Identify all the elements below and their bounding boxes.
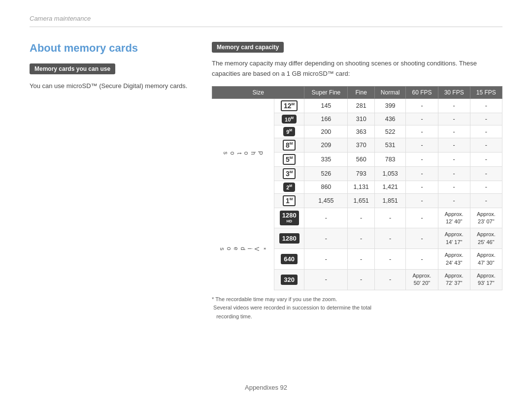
cell-320-60: Approx.50' 20" bbox=[406, 269, 438, 290]
size-icon-2m: 2M bbox=[274, 181, 304, 193]
cell-1280hd-sf: - bbox=[304, 208, 348, 228]
page-number: Appendixes 92 bbox=[245, 384, 287, 391]
cell-10m-fine: 310 bbox=[348, 113, 374, 125]
footnote-2: Several videos were recorded in successi… bbox=[212, 304, 502, 312]
footnotes: * The recordable time may vary if you us… bbox=[212, 295, 502, 321]
size-icon-1m: 1M bbox=[274, 193, 304, 208]
cell-8m-sf: 209 bbox=[304, 138, 348, 152]
cell-320-15: Approx.93' 17" bbox=[470, 269, 502, 290]
content-columns: About memory cards Memory cards you can … bbox=[30, 42, 502, 321]
cell-3m-fine: 793 bbox=[348, 166, 374, 181]
cell-3m-30: - bbox=[438, 166, 470, 181]
cell-1280hd-15: Approx.23' 07" bbox=[470, 208, 502, 228]
cell-1280-fine: - bbox=[348, 228, 374, 249]
cell-9m-fine: 363 bbox=[348, 125, 374, 138]
left-column: About memory cards Memory cards you can … bbox=[30, 42, 192, 321]
size-icon-12m: 12M bbox=[274, 98, 304, 113]
cell-12m-60: - bbox=[406, 98, 438, 113]
col-header-normal: Normal bbox=[374, 86, 406, 98]
cell-1280hd-fine: - bbox=[348, 208, 374, 228]
cell-5m-15: - bbox=[470, 152, 502, 166]
cell-1280-60: - bbox=[406, 228, 438, 249]
size-icon-320: 320 bbox=[274, 269, 304, 290]
cell-12m-normal: 399 bbox=[374, 98, 406, 113]
cell-320-normal: - bbox=[374, 269, 406, 290]
cell-320-sf: - bbox=[304, 269, 348, 290]
col-header-60fps: 60 FPS bbox=[406, 86, 438, 98]
size-icon-10m: 10M bbox=[274, 113, 304, 125]
cell-1m-fine: 1,651 bbox=[348, 193, 374, 208]
size-icon-3m: 3M bbox=[274, 166, 304, 181]
cell-3m-15: - bbox=[470, 166, 502, 181]
cell-640-sf: - bbox=[304, 249, 348, 270]
col-header-15fps: 15 FPS bbox=[470, 86, 502, 98]
col-header-30fps: 30 FPS bbox=[438, 86, 470, 98]
cell-2m-normal: 1,421 bbox=[374, 181, 406, 193]
capacity-table: Size Super Fine Fine Normal 60 FPS 30 FP… bbox=[212, 86, 502, 290]
cell-2m-30: - bbox=[438, 181, 470, 193]
cell-8m-15: - bbox=[470, 138, 502, 152]
cell-8m-fine: 370 bbox=[348, 138, 374, 152]
cell-3m-normal: 1,053 bbox=[374, 166, 406, 181]
videos-label: *Videos bbox=[212, 208, 274, 290]
cell-1280hd-60: - bbox=[406, 208, 438, 228]
page-title: About memory cards bbox=[30, 42, 192, 55]
cell-640-30: Approx.24' 43" bbox=[438, 249, 470, 270]
cell-640-60: - bbox=[406, 249, 438, 270]
cell-5m-sf: 335 bbox=[304, 152, 348, 166]
memory-cards-badge: Memory cards you can use bbox=[30, 63, 115, 74]
cell-12m-sf: 145 bbox=[304, 98, 348, 113]
cell-9m-30: - bbox=[438, 125, 470, 138]
cell-3m-sf: 526 bbox=[304, 166, 348, 181]
cell-1m-60: - bbox=[406, 193, 438, 208]
breadcrumb: Camera maintenance bbox=[30, 15, 91, 22]
cell-1m-30: - bbox=[438, 193, 470, 208]
cell-10m-60: - bbox=[406, 113, 438, 125]
cell-640-normal: - bbox=[374, 249, 406, 270]
size-icon-1280: 1280 bbox=[274, 228, 304, 249]
page-footer: Appendixes 92 bbox=[0, 384, 532, 391]
cell-10m-30: - bbox=[438, 113, 470, 125]
cell-10m-15: - bbox=[470, 113, 502, 125]
capacity-description: The memory capacity may differ depending… bbox=[212, 59, 502, 79]
col-header-superfine: Super Fine bbox=[304, 86, 348, 98]
cell-12m-30: - bbox=[438, 98, 470, 113]
cell-2m-15: - bbox=[470, 181, 502, 193]
table-row: *Videos 1280 HD - - - - Approx.12' 40" bbox=[212, 208, 502, 228]
cell-1m-sf: 1,455 bbox=[304, 193, 348, 208]
cell-1280-sf: - bbox=[304, 228, 348, 249]
cell-9m-60: - bbox=[406, 125, 438, 138]
memory-cards-description: You can use microSD™ (Secure Digital) me… bbox=[30, 81, 192, 92]
cell-1280-15: Approx.25' 46" bbox=[470, 228, 502, 249]
cell-1280hd-30: Approx.12' 40" bbox=[438, 208, 470, 228]
cell-3m-60: - bbox=[406, 166, 438, 181]
cell-2m-60: - bbox=[406, 181, 438, 193]
cell-320-30: Approx.72' 37" bbox=[438, 269, 470, 290]
size-icon-1280hd: 1280 HD bbox=[274, 208, 304, 228]
cell-320-fine: - bbox=[348, 269, 374, 290]
cell-8m-normal: 531 bbox=[374, 138, 406, 152]
cell-1m-15: - bbox=[470, 193, 502, 208]
footnote-3: recording time. bbox=[212, 312, 502, 321]
size-icon-9m: 9M bbox=[274, 125, 304, 138]
col-header-fine: Fine bbox=[348, 86, 374, 98]
cell-10m-normal: 436 bbox=[374, 113, 406, 125]
size-icon-8m: 8M bbox=[274, 138, 304, 152]
cell-1280hd-normal: - bbox=[374, 208, 406, 228]
photos-label: Photos bbox=[212, 98, 274, 208]
col-header-size: Size bbox=[212, 86, 304, 98]
right-column: Memory card capacity The memory capacity… bbox=[212, 42, 502, 321]
size-icon-5m: 5M bbox=[274, 152, 304, 166]
cell-1m-normal: 1,851 bbox=[374, 193, 406, 208]
cell-8m-30: - bbox=[438, 138, 470, 152]
cell-9m-15: - bbox=[470, 125, 502, 138]
cell-5m-60: - bbox=[406, 152, 438, 166]
cell-1280-normal: - bbox=[374, 228, 406, 249]
cell-2m-sf: 860 bbox=[304, 181, 348, 193]
cell-640-15: Approx.47' 30" bbox=[470, 249, 502, 270]
breadcrumb-section: Camera maintenance bbox=[30, 0, 502, 27]
cell-10m-sf: 166 bbox=[304, 113, 348, 125]
cell-12m-15: - bbox=[470, 98, 502, 113]
table-row: Photos 12M 145 281 399 - - - bbox=[212, 98, 502, 113]
cell-5m-30: - bbox=[438, 152, 470, 166]
